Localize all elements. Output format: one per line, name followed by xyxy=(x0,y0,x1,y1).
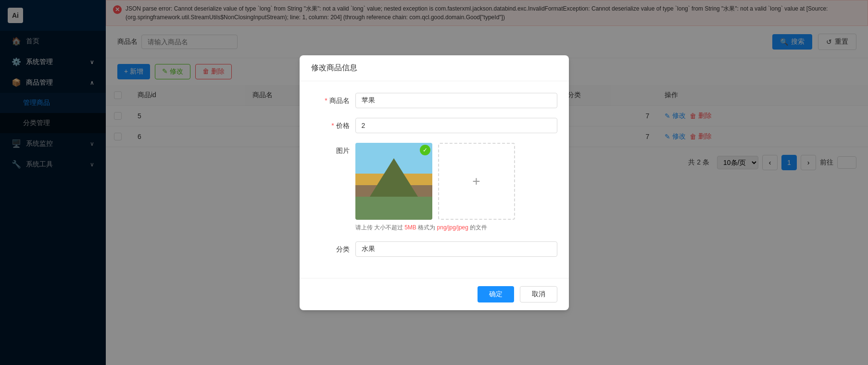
dialog-footer: 确定 取消 xyxy=(300,278,569,310)
image-hint: 请上传 大小不超过 5MB 格式为 png/jpg/jpeg 的文件 xyxy=(355,224,515,232)
form-input-category[interactable] xyxy=(355,241,557,257)
uploaded-image: ✓ xyxy=(355,143,432,220)
image-upload-button[interactable]: + xyxy=(438,143,515,220)
modal-overlay[interactable]: 修改商品信息 商品名 价格 图片 xyxy=(0,0,868,365)
form-row-category: 分类 xyxy=(311,241,557,257)
cancel-button[interactable]: 取消 xyxy=(520,286,557,302)
image-upload-container: ✓ + 请上传 大小不超过 5MB 格式为 png/jpg/jpeg 的文件 xyxy=(355,143,515,232)
form-input-price[interactable] xyxy=(355,118,557,133)
dialog-body: 商品名 价格 图片 ✓ xyxy=(300,81,569,278)
form-label-image: 图片 xyxy=(311,143,350,155)
dialog-header: 修改商品信息 xyxy=(300,55,569,81)
confirm-button[interactable]: 确定 xyxy=(478,286,514,302)
form-label-price: 价格 xyxy=(311,118,350,130)
product-image xyxy=(355,143,432,220)
form-row-name: 商品名 xyxy=(311,93,557,108)
form-row-image: 图片 ✓ + 请上传 大小不超过 5MB 格式为 png/jpg/j xyxy=(311,143,557,232)
form-input-name[interactable] xyxy=(355,93,557,108)
form-row-price: 价格 xyxy=(311,118,557,133)
image-upload-area: ✓ + xyxy=(355,143,515,220)
edit-goods-dialog: 修改商品信息 商品名 价格 图片 xyxy=(300,55,569,310)
form-label-category: 分类 xyxy=(311,241,350,254)
form-label-name: 商品名 xyxy=(311,93,350,105)
image-check-icon: ✓ xyxy=(420,145,430,155)
